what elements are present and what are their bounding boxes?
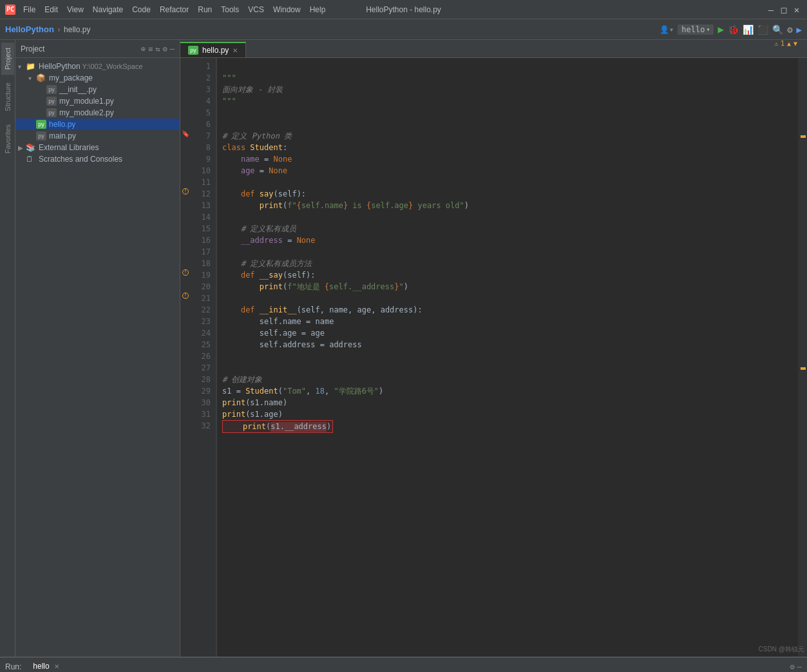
profile-button[interactable]: 📊 [743,24,754,35]
my-package-icon: 📦 [36,73,46,82]
scratches-icon: 🗒 [26,155,36,164]
git-icon[interactable]: 👤▾ [660,25,674,34]
menu-navigate[interactable]: Navigate [89,4,127,15]
gutter-3 [180,81,191,93]
menu-refactor[interactable]: Refactor [156,4,193,15]
main-label: main.py [49,131,76,140]
gutter-8 [180,139,191,151]
main-layout: Project Structure Favorites Project ⊕ ≡ … [0,40,807,657]
hello-label: hello.py [49,120,75,129]
menu-edit[interactable]: Edit [41,4,62,15]
tree-ext-libs[interactable]: ▶ 📚 External Libraries [15,142,180,153]
warning-gutter-icon: ! [182,188,189,195]
tab-close-button[interactable]: ✕ [233,47,238,54]
title-bar: PC File Edit View Navigate Code Refactor… [0,0,807,19]
maximize-button[interactable]: □ [779,5,789,15]
scroll-to-source[interactable]: ≡ [148,44,153,53]
bottom-close-button[interactable]: — [797,662,802,671]
run-config-name: hello [681,25,705,34]
editor-area: py hello.py ✕ ⚠ 1 ▲ ▼ [180,40,807,657]
gutter-17 [180,244,191,255]
file-name[interactable]: hello.py [64,25,90,34]
tree-main[interactable]: py main.py [15,130,180,142]
gutter-4 [180,93,191,104]
run-button[interactable]: ▶ [717,23,724,35]
bottom-settings-button[interactable]: ⚙ [790,662,795,671]
tree-init[interactable]: py __init__.py [15,84,180,95]
ide-services-button[interactable]: ▶ [797,24,802,35]
sync-button[interactable]: ⊕ [141,44,146,53]
right-scroll-gutter [798,58,807,657]
warning-gutter-21-icon: ! [182,293,189,299]
side-tabs: Project Structure Favorites [0,40,15,657]
menu-help[interactable]: Help [306,4,330,15]
init-label: __init__.py [59,85,97,94]
menu-window[interactable]: Window [269,4,305,15]
gutter-14 [180,209,191,220]
collapse-all[interactable]: ⇆ [155,44,160,53]
close-button[interactable]: ✕ [792,5,802,15]
bookmark-icon: 🔖 [182,130,189,137]
bottom-tabs-bar: Run: hello ✕ ⚙ — [0,658,807,672]
gutter-7: 🔖 [180,128,191,139]
side-tab-favorites[interactable]: Favorites [1,119,14,158]
gutter-19: ! [180,267,191,278]
ext-libs-label: External Libraries [39,143,99,152]
module1-icon: py [46,97,57,106]
minimize-button[interactable]: — [766,5,776,15]
panel-title: Project [21,44,44,53]
tree-my-package[interactable]: ▾ 📦 my_package [15,72,180,84]
gutter-9 [180,151,191,162]
bottom-tab-hello[interactable]: hello ✕ [26,660,66,673]
scratches-label: Scratches and Consoles [39,155,122,164]
my-package-arrow: ▾ [28,75,36,82]
menu-file[interactable]: File [19,4,39,15]
tree-scratches[interactable]: 🗒 Scratches and Consoles [15,153,180,165]
code-editor[interactable]: """ 面向对象 - 封装 """ # 定义 Python 类 class St… [217,58,798,657]
bottom-panel: Run: hello ✕ ⚙ — ▶ ▲ ▼ ⬜ 🗑 Y:\002_WorkSp… [0,657,807,672]
debug-button[interactable]: 🐞 [728,24,739,35]
ext-arrow: ▶ [18,144,26,151]
run-config-arrow: ▾ [706,26,710,33]
gutter-11 [180,174,191,186]
module2-icon: py [46,108,57,117]
bookmark-gutter: 🔖 ! ! ! [180,58,191,657]
panel-settings[interactable]: ⚙ [163,44,167,53]
bottom-tab-hello-label: hello [33,662,49,671]
my-package-label: my_package [49,73,93,82]
tree-root[interactable]: ▾ 📁 HelloPython Y:\002_WorkSpace [15,61,180,72]
module2-label: my_module2.py [59,108,114,117]
hello-icon: py [36,120,46,129]
editor-tab-hello[interactable]: py hello.py ✕ [180,42,246,57]
tree-module2[interactable]: py my_module2.py [15,107,180,119]
tree-hello[interactable]: py hello.py [15,119,180,130]
menu-bar: File Edit View Navigate Code Refactor Ru… [19,4,329,15]
stop-button[interactable]: ⬛ [757,24,768,35]
menu-tools[interactable]: Tools [217,4,243,15]
run-label: Run: [5,662,21,671]
right-gutter-warning [801,135,806,138]
window-controls: — □ ✕ [766,5,802,15]
tree-module1[interactable]: py my_module1.py [15,95,180,107]
side-tab-project[interactable]: Project [1,43,14,75]
root-label: HelloPython [39,62,81,71]
editor-tabs: py hello.py ✕ [180,40,807,58]
watermark: CSDN @韩锐元 [759,645,804,654]
settings-button[interactable]: ⚙ [787,24,792,35]
panel-header: Project ⊕ ≡ ⇆ ⚙ — [15,40,180,58]
bottom-panel-actions: ⚙ — [790,662,802,671]
gutter-16 [180,232,191,244]
menu-vcs[interactable]: VCS [244,4,268,15]
side-tab-structure[interactable]: Structure [1,77,14,117]
bottom-tab-close[interactable]: ✕ [54,663,59,670]
menu-view[interactable]: View [63,4,88,15]
project-name[interactable]: HelloPython [5,24,54,34]
menu-run[interactable]: Run [194,4,216,15]
gutter-18 [180,255,191,267]
menu-code[interactable]: Code [128,4,155,15]
run-config-selector[interactable]: hello ▾ [678,24,714,35]
search-button[interactable]: 🔍 [772,24,783,35]
panel-close[interactable]: — [170,44,175,53]
editor-body: ⚠ 1 ▲ ▼ 🔖 [180,58,807,657]
init-icon: py [46,85,57,94]
